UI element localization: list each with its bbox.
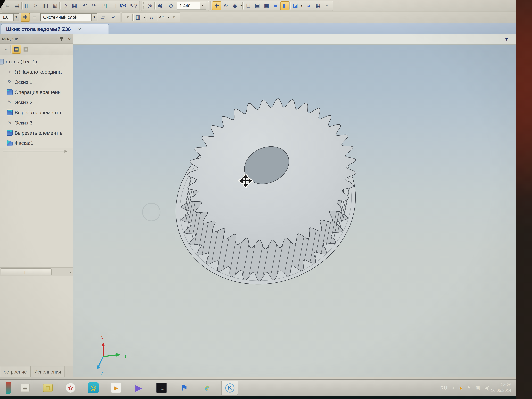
cursor-step-combo[interactable]: 1.0 ▼: [0, 13, 19, 21]
internet-explorer-icon[interactable]: e: [198, 381, 215, 395]
cut-icon[interactable]: ✂: [32, 1, 41, 10]
copy-properties-icon[interactable]: ▥: [134, 13, 143, 22]
zoom-window-icon[interactable]: ◎: [145, 1, 154, 10]
folder-icon[interactable]: ▨: [39, 381, 57, 395]
action-center-icon[interactable]: ⚑: [467, 385, 471, 391]
simplifications-icon[interactable]: ◕: [304, 1, 313, 10]
antivirus-icon[interactable]: ●: [459, 385, 462, 391]
context-help-icon[interactable]: ↖?: [129, 1, 138, 10]
separator[interactable]: [132, 13, 134, 21]
dimension-icon[interactable]: A±1: [157, 13, 166, 22]
zoom-selection-icon[interactable]: ◉: [156, 1, 165, 10]
zoom-scale-combo[interactable]: 1.440 ▼: [177, 1, 206, 10]
document-tab[interactable]: Шкив стола ведомый Z36 ×: [1, 24, 109, 34]
rotate-icon[interactable]: ↻: [221, 1, 230, 10]
volume-icon[interactable]: ◀): [484, 385, 490, 391]
hide-objects-icon[interactable]: ◪: [291, 1, 300, 10]
current-layer-combo[interactable]: Системный слой ▼: [40, 13, 97, 21]
fx-icon[interactable]: f(x): [119, 1, 127, 10]
tree-item-revolve[interactable]: Операция вращени: [0, 87, 73, 97]
separator[interactable]: [154, 2, 156, 9]
mail-agent-icon[interactable]: @: [85, 381, 102, 395]
tree-structure-icon[interactable]: ▤: [12, 45, 21, 54]
hidden-icons-icon[interactable]: ▲: [452, 386, 455, 390]
chevron-down-icon[interactable]: ▼: [13, 13, 19, 21]
scrollbar-thumb[interactable]: |||: [1, 268, 52, 275]
tree-item-sketch-1[interactable]: ✎ Эскиз:1: [0, 77, 73, 87]
separator[interactable]: [127, 2, 129, 9]
hidden-lines-icon[interactable]: ▣: [253, 1, 262, 10]
preview-icon[interactable]: ◫: [23, 1, 32, 10]
drawing-grid-icon[interactable]: ▦: [313, 1, 322, 10]
separator[interactable]: [303, 2, 304, 9]
chevron-down-icon[interactable]: ▼: [200, 2, 206, 9]
toolbar-grip[interactable]: [143, 2, 144, 9]
check-document-icon[interactable]: ✓: [109, 13, 118, 22]
measure-icon[interactable]: ↔: [147, 13, 156, 22]
copy-object-icon[interactable]: ◇: [61, 1, 70, 10]
zoom-in-out-icon[interactable]: ⊕: [166, 1, 175, 10]
console-icon[interactable]: >_: [153, 381, 170, 395]
tree-item-part[interactable]: еталь (Тел-1): [0, 56, 73, 66]
tree-item-sketch-2[interactable]: ✎ Эскиз:2: [0, 97, 73, 107]
layers-icon[interactable]: ≡: [30, 13, 39, 22]
undo-icon[interactable]: ↶: [80, 1, 89, 10]
orientation-icon[interactable]: ◈: [230, 1, 240, 10]
navigator-flag-icon[interactable]: ⚑: [176, 381, 193, 395]
tree-item-origin[interactable]: + (т)Начало координа: [0, 66, 73, 77]
pin-icon[interactable]: [60, 36, 64, 41]
tree-item-cut-2[interactable]: Вырезать элемент в: [0, 127, 73, 138]
sketch-frame-icon[interactable]: ▱: [99, 13, 108, 22]
pan-icon[interactable]: ✚: [212, 1, 221, 10]
separator[interactable]: [21, 2, 23, 9]
paste-icon[interactable]: ▧: [50, 1, 59, 10]
separator[interactable]: [79, 2, 80, 9]
tree-end-pointer[interactable]: [3, 150, 71, 152]
chevron-down-icon[interactable]: ▼: [91, 13, 97, 21]
separator[interactable]: [99, 2, 100, 9]
tab-postroenie[interactable]: остроение: [0, 366, 31, 377]
language-indicator[interactable]: RU: [440, 385, 448, 391]
wireframe-icon[interactable]: □: [244, 1, 253, 10]
spreadsheet-icon[interactable]: ▦: [70, 1, 79, 10]
separator[interactable]: [11, 45, 12, 53]
tab-ispolneniya[interactable]: Исполнения: [31, 366, 65, 377]
network-icon[interactable]: ▣: [475, 385, 480, 391]
video-player-icon[interactable]: ▶: [130, 381, 147, 395]
separator[interactable]: [146, 13, 147, 21]
media-player-icon[interactable]: ▶: [108, 381, 125, 395]
toolbar-overflow-icon[interactable]: ▾: [169, 13, 178, 22]
redo-icon[interactable]: ↷: [89, 1, 99, 10]
separator[interactable]: [165, 2, 166, 9]
copy-icon[interactable]: ▥: [41, 1, 50, 10]
panel-horizontal-scrollbar[interactable]: ||| ▸: [0, 267, 73, 276]
print-icon[interactable]: ▤: [12, 1, 21, 10]
tree-item-chamfer[interactable]: Фаска:1: [0, 138, 73, 148]
window-list-dropdown-icon[interactable]: ▼: [505, 37, 509, 42]
separator[interactable]: [108, 13, 109, 21]
taskbar-clock[interactable]: 22:28 16.05.2014: [491, 382, 511, 393]
shaded-icon[interactable]: ■: [271, 1, 280, 10]
tree-item-cut-1[interactable]: Вырезать элемент в: [0, 107, 73, 117]
close-icon[interactable]: ×: [78, 26, 81, 32]
3d-viewport[interactable]: X Y Z: [73, 45, 516, 378]
separator[interactable]: [156, 13, 157, 21]
composition-icon[interactable]: ▦: [21, 45, 30, 54]
tree-item-sketch-3[interactable]: ✎ Эскиз:3: [0, 117, 73, 127]
toolbar-overflow-icon[interactable]: ▾: [322, 1, 331, 10]
reports-icon[interactable]: ◱: [109, 1, 118, 10]
dropdown-icon[interactable]: ▾: [1, 45, 11, 54]
hidden-lines-thin-icon[interactable]: ▩: [262, 1, 271, 10]
snap-settings-icon[interactable]: ✚: [21, 13, 30, 22]
shaded-with-edges-icon[interactable]: ◧: [280, 1, 289, 10]
flower-app-icon[interactable]: ✿: [62, 381, 79, 395]
dropdown-icon[interactable]: ▾: [123, 13, 132, 22]
notes-icon[interactable]: ▤: [17, 381, 34, 395]
clipped-edge-icon[interactable]: [6, 382, 11, 393]
kompas-3d-icon[interactable]: K: [221, 381, 238, 395]
scrollbar-right-arrow[interactable]: ▸: [70, 270, 71, 274]
variables-icon[interactable]: ◰: [100, 1, 109, 10]
timing-pulley-model[interactable]: [155, 99, 376, 307]
separator[interactable]: [59, 2, 61, 9]
separator[interactable]: [242, 2, 244, 9]
